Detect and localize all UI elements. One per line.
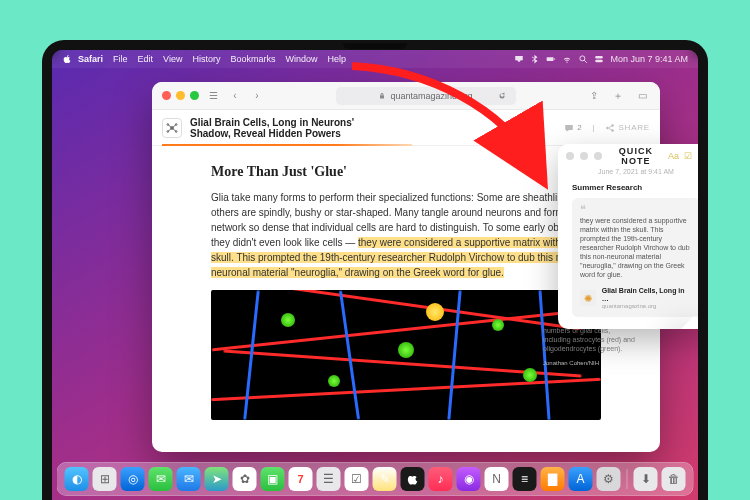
svg-line-3 bbox=[585, 60, 588, 63]
link-title: Glial Brain Cells, Long in … bbox=[602, 287, 692, 303]
format-button[interactable]: Aa bbox=[668, 151, 679, 161]
article-paragraph: Glia take many forms to perform their sp… bbox=[211, 190, 601, 280]
comment-count[interactable]: 2 bbox=[564, 123, 582, 133]
dock-calendar[interactable]: 7 bbox=[289, 467, 313, 491]
svg-line-12 bbox=[172, 124, 176, 128]
window-zoom-button[interactable] bbox=[190, 91, 199, 100]
dock-settings[interactable]: ⚙ bbox=[597, 467, 621, 491]
tabs-button[interactable]: ▭ bbox=[634, 88, 650, 104]
dock-launchpad[interactable]: ⊞ bbox=[93, 467, 117, 491]
menubar-item[interactable]: View bbox=[163, 54, 182, 64]
dock-books[interactable]: ▇ bbox=[541, 467, 565, 491]
svg-rect-5 bbox=[596, 60, 604, 63]
dock-stocks[interactable]: ≡ bbox=[513, 467, 537, 491]
svg-rect-4 bbox=[596, 56, 604, 59]
dock-music[interactable]: ♪ bbox=[429, 467, 453, 491]
dock-trash[interactable]: 🗑 bbox=[662, 467, 686, 491]
reload-icon[interactable] bbox=[498, 92, 506, 100]
dock-facetime[interactable]: ▣ bbox=[261, 467, 285, 491]
new-tab-button[interactable]: ＋ bbox=[610, 88, 626, 104]
article-title: Glial Brain Cells, Long in Neurons' Shad… bbox=[190, 117, 390, 139]
quote-icon: ❝ bbox=[580, 205, 692, 213]
svg-line-14 bbox=[172, 128, 176, 132]
window-zoom-button[interactable] bbox=[594, 152, 602, 160]
svg-point-15 bbox=[607, 126, 610, 129]
quick-note-panel[interactable]: QUICK NOTE Aa ☑ ⋯ June 7, 2021 at 9:41 A… bbox=[558, 144, 698, 329]
desktop: Safari File Edit View History Bookmarks … bbox=[52, 50, 698, 500]
airplay-icon[interactable] bbox=[514, 54, 524, 64]
dock-downloads[interactable]: ⬇ bbox=[634, 467, 658, 491]
menubar-clock[interactable]: Mon Jun 7 9:41 AM bbox=[610, 54, 688, 64]
dock-notes[interactable]: ✎ bbox=[373, 467, 397, 491]
window-close-button[interactable] bbox=[566, 152, 574, 160]
link-thumbnail-icon: ✺ bbox=[580, 290, 596, 306]
dock-contacts[interactable]: ☰ bbox=[317, 467, 341, 491]
battery-icon[interactable] bbox=[546, 54, 556, 64]
apple-logo-icon[interactable] bbox=[62, 54, 72, 64]
note-quote-block[interactable]: ❝ they were considered a supportive matr… bbox=[572, 198, 698, 317]
address-bar[interactable]: quantamagazine.org bbox=[336, 87, 516, 105]
address-text: quantamagazine.org bbox=[390, 91, 472, 101]
dock-maps[interactable]: ➤ bbox=[205, 467, 229, 491]
menubar-item[interactable]: File bbox=[113, 54, 128, 64]
search-icon[interactable] bbox=[578, 54, 588, 64]
note-date: June 7, 2021 at 9:41 AM bbox=[572, 168, 698, 175]
share-button[interactable]: ⇪ bbox=[586, 88, 602, 104]
svg-point-2 bbox=[580, 56, 585, 61]
dock-safari[interactable]: ◎ bbox=[121, 467, 145, 491]
link-source: quantamagazine.org bbox=[602, 303, 692, 309]
lock-icon bbox=[378, 92, 386, 100]
image-caption: numbers of glial cells, including astroc… bbox=[543, 326, 638, 368]
checklist-button[interactable]: ☑ bbox=[684, 151, 692, 161]
dock-reminders[interactable]: ☑ bbox=[345, 467, 369, 491]
svg-rect-0 bbox=[547, 57, 554, 61]
comment-icon bbox=[564, 123, 574, 133]
menubar-status: Mon Jun 7 9:41 AM bbox=[508, 54, 688, 64]
menubar-item[interactable]: Window bbox=[285, 54, 317, 64]
menubar-item[interactable]: Edit bbox=[138, 54, 154, 64]
dock-news[interactable]: N bbox=[485, 467, 509, 491]
menubar-item[interactable]: Help bbox=[327, 54, 346, 64]
note-heading[interactable]: Summer Research bbox=[572, 183, 698, 192]
svg-line-13 bbox=[168, 128, 172, 132]
svg-rect-1 bbox=[555, 58, 556, 59]
article-header-bar: Glial Brain Cells, Long in Neurons' Shad… bbox=[152, 110, 660, 146]
dock-finder[interactable]: ◐ bbox=[65, 467, 89, 491]
dock-tv[interactable] bbox=[401, 467, 425, 491]
menubar-app[interactable]: Safari bbox=[78, 54, 103, 64]
window-minimize-button[interactable] bbox=[176, 91, 185, 100]
forward-button[interactable]: › bbox=[249, 88, 265, 104]
quick-note-title: QUICK NOTE bbox=[608, 146, 664, 166]
divider: | bbox=[593, 123, 596, 132]
image-credit: Jonathan Cohen/NIH bbox=[543, 359, 638, 368]
sidebar-button[interactable]: ☰ bbox=[205, 88, 221, 104]
dock[interactable]: ◐⊞◎✉✉➤✿▣7☰☑✎♪◉N≡▇A⚙⬇🗑 bbox=[57, 462, 694, 496]
control-center-icon[interactable] bbox=[594, 54, 604, 64]
menubar-item[interactable]: Bookmarks bbox=[230, 54, 275, 64]
safari-toolbar: ☰ ‹ › quantamagazine.org ⇪ ＋ ▭ bbox=[152, 82, 660, 110]
share-icon bbox=[605, 123, 615, 133]
menubar-item[interactable]: History bbox=[192, 54, 220, 64]
dock-separator bbox=[627, 469, 628, 489]
note-link[interactable]: ✺ Glial Brain Cells, Long in … quantamag… bbox=[580, 287, 692, 309]
note-quote-text: they were considered a supportive matrix… bbox=[580, 216, 692, 279]
dock-appstore[interactable]: A bbox=[569, 467, 593, 491]
window-minimize-button[interactable] bbox=[580, 152, 588, 160]
share-action[interactable]: SHARE bbox=[605, 123, 650, 133]
bluetooth-icon[interactable] bbox=[530, 54, 540, 64]
back-button[interactable]: ‹ bbox=[227, 88, 243, 104]
dock-messages[interactable]: ✉ bbox=[149, 467, 173, 491]
wifi-icon[interactable] bbox=[562, 54, 572, 64]
more-button[interactable]: ⋯ bbox=[697, 151, 698, 161]
dock-photos[interactable]: ✿ bbox=[233, 467, 257, 491]
site-logo-icon[interactable] bbox=[162, 118, 182, 138]
svg-line-11 bbox=[168, 124, 172, 128]
window-close-button[interactable] bbox=[162, 91, 171, 100]
dock-mail[interactable]: ✉ bbox=[177, 467, 201, 491]
menubar: Safari File Edit View History Bookmarks … bbox=[52, 50, 698, 68]
article-heading: More Than Just 'Glue' bbox=[211, 164, 601, 180]
dock-podcasts[interactable]: ◉ bbox=[457, 467, 481, 491]
